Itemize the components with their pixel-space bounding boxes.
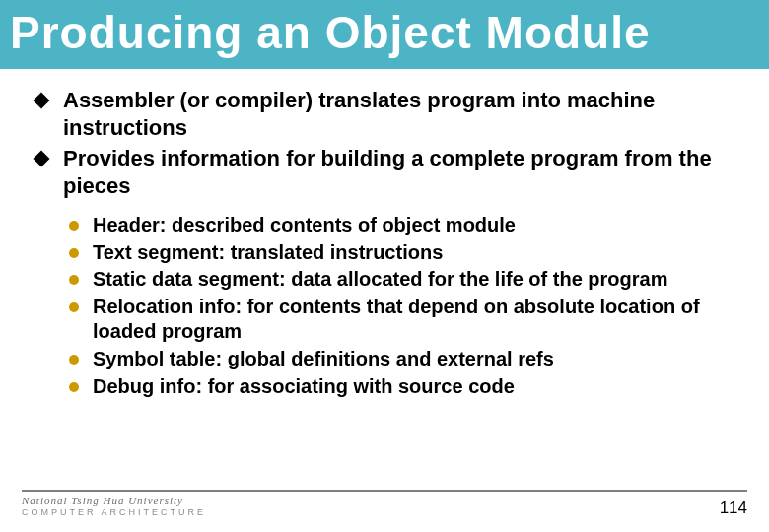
- sub-bullet: Debug info: for associating with source …: [63, 374, 741, 400]
- main-bullet-text: Assembler (or compiler) translates progr…: [63, 88, 655, 140]
- diamond-bullet-icon: [34, 93, 50, 109]
- round-bullet-icon: [69, 221, 79, 231]
- sub-bullet-text: Text segment: translated instructions: [93, 241, 443, 263]
- main-bullet: Assembler (or compiler) translates progr…: [28, 87, 741, 141]
- sub-bullet-text: Static data segment: data allocated for …: [93, 268, 667, 290]
- main-bullet-text: Provides information for building a comp…: [63, 146, 712, 198]
- main-bullet-list: Assembler (or compiler) translates progr…: [28, 87, 741, 199]
- page-number: 114: [720, 499, 747, 518]
- round-bullet-icon: [69, 355, 79, 365]
- footer-course: COMPUTER ARCHITECTURE: [22, 507, 206, 518]
- slide-footer: National Tsing Hua University COMPUTER A…: [0, 490, 769, 518]
- sub-bullet: Header: described contents of object mod…: [63, 213, 741, 238]
- round-bullet-icon: [69, 275, 79, 285]
- sub-bullet-text: Symbol table: global definitions and ext…: [93, 348, 554, 369]
- sub-bullet: Relocation info: for contents that depen…: [63, 295, 741, 345]
- slide-title: Producing an Object Module: [10, 6, 759, 59]
- round-bullet-icon: [69, 248, 79, 258]
- round-bullet-icon: [69, 382, 79, 392]
- sub-bullet-text: Relocation info: for contents that depen…: [93, 296, 700, 343]
- title-bar: Producing an Object Module: [0, 0, 769, 69]
- sub-bullet-text: Debug info: for associating with source …: [93, 375, 515, 397]
- footer-branding: National Tsing Hua University COMPUTER A…: [22, 495, 206, 518]
- sub-bullet-list: Header: described contents of object mod…: [63, 213, 741, 399]
- main-bullet: Provides information for building a comp…: [28, 145, 741, 199]
- sub-bullet: Symbol table: global definitions and ext…: [63, 347, 741, 372]
- round-bullet-icon: [69, 302, 79, 312]
- footer-university: National Tsing Hua University: [22, 495, 206, 507]
- sub-bullet: Static data segment: data allocated for …: [63, 267, 741, 293]
- footer-divider: [22, 490, 747, 492]
- slide-content: Assembler (or compiler) translates progr…: [0, 69, 769, 399]
- footer-row: National Tsing Hua University COMPUTER A…: [22, 495, 747, 518]
- sub-bullet-text: Header: described contents of object mod…: [93, 214, 516, 235]
- sub-bullet: Text segment: translated instructions: [63, 240, 741, 266]
- diamond-bullet-icon: [34, 151, 50, 167]
